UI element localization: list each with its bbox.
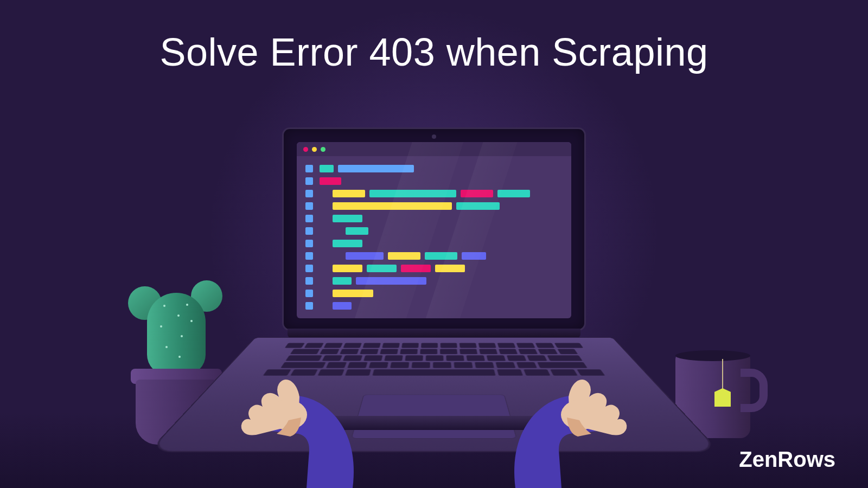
line-gutter xyxy=(305,164,313,310)
window-minimize-icon xyxy=(312,147,317,152)
laptop-base xyxy=(282,331,586,423)
page-title: Solve Error 403 when Scraping xyxy=(0,30,868,74)
code-lines xyxy=(320,164,563,310)
code-body xyxy=(297,156,571,317)
window-maximize-icon xyxy=(321,147,326,152)
keyboard xyxy=(148,337,720,452)
window-close-icon xyxy=(303,147,308,152)
camera-icon xyxy=(432,134,436,139)
code-editor xyxy=(297,142,571,318)
laptop-screen xyxy=(282,127,586,331)
brand-logo: ZenRows xyxy=(739,447,835,472)
teabag-icon xyxy=(714,388,731,407)
window-titlebar xyxy=(297,142,571,156)
laptop-illustration xyxy=(282,127,586,423)
